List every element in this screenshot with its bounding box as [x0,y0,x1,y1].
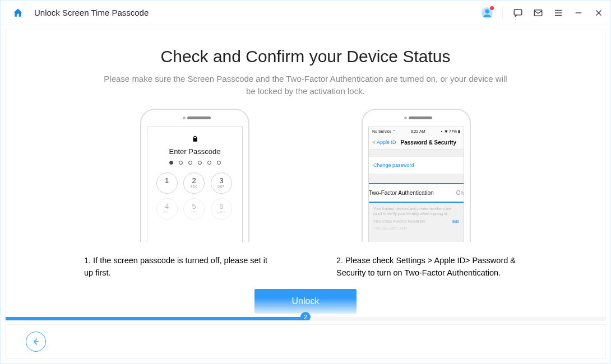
page-title: Unlock Screen Time Passcode [34,8,149,17]
caption-left: 1. If the screen passcode is turned off,… [84,254,275,279]
phone-passcode-illustration: Enter Passcode 1 2ABC 3DEF 4GHI 5JKL 6MN… [140,109,249,242]
progress-step-badge: 2 [300,312,311,321]
chat-icon[interactable] [513,8,523,18]
home-icon[interactable] [12,7,24,18]
nav-title: Password & Security [401,139,456,146]
profile-icon[interactable] [481,7,493,19]
top-bar: Unlock Screen Time Passcode [1,1,610,25]
notification-dot-icon [490,6,494,10]
mail-icon[interactable] [533,8,543,18]
unlock-button[interactable]: Unlock [254,289,357,314]
status-right: ⚬ ✱ 77% ▮ [440,129,460,134]
svg-rect-2 [514,10,522,15]
back-apple-id: Apple ID [372,139,396,145]
tfa-fineprint: Your trusted devices and phone numbers a… [369,203,464,217]
minimize-icon[interactable] [573,8,584,18]
close-icon[interactable] [594,8,604,18]
enter-passcode-label: Enter Passcode [147,147,242,156]
heading: Check and Confirm your Device Status [17,47,594,66]
caption-right: 2. Please check Settings > Apple ID> Pas… [336,254,527,279]
footer-bar [5,324,606,359]
phone-security-illustration: No Service ⌃ 8:22 AM ⚬ ✱ 77% ▮ Apple ID … [362,109,471,242]
trusted-phone-label: TRUSTED PHONE NUMBER [373,220,425,223]
lock-icon [191,135,199,143]
subheading: Please make sure the Screen Passcode and… [104,73,507,97]
phone-number: +86 188 1357 3341 [369,226,464,232]
arrow-left-icon [31,337,40,346]
edit-link: Edit [452,220,459,223]
svg-point-1 [485,9,489,13]
progress-bar: 2 [6,317,605,320]
two-factor-row: Two-Factor Authentication On [368,183,464,203]
status-time: 8:22 AM [411,129,425,134]
menu-icon[interactable] [553,8,563,18]
change-password-row: Change password [369,156,464,174]
passcode-dots [147,161,242,165]
main-card: Check and Confirm your Device Status Ple… [5,30,606,321]
chevron-left-icon [372,139,377,145]
back-button[interactable] [26,332,46,352]
status-left: No Service ⌃ [372,129,396,134]
